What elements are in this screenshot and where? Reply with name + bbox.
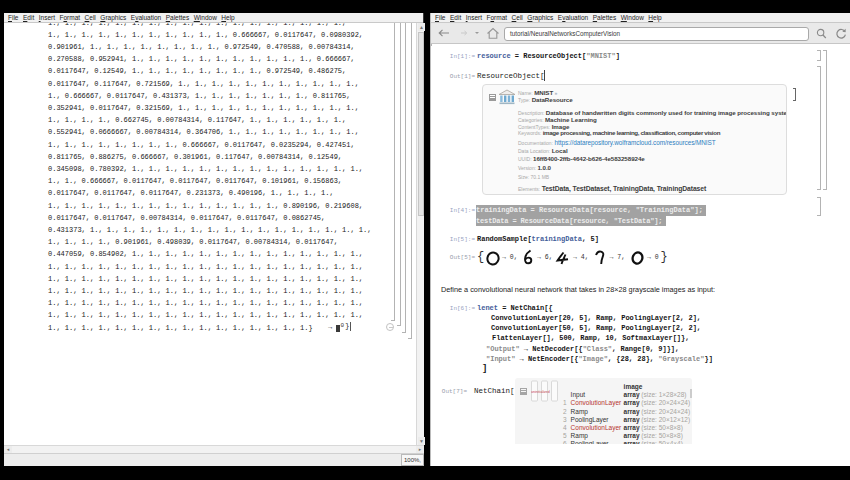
svg-text:uninitialized: uninitialized — [531, 389, 550, 393]
